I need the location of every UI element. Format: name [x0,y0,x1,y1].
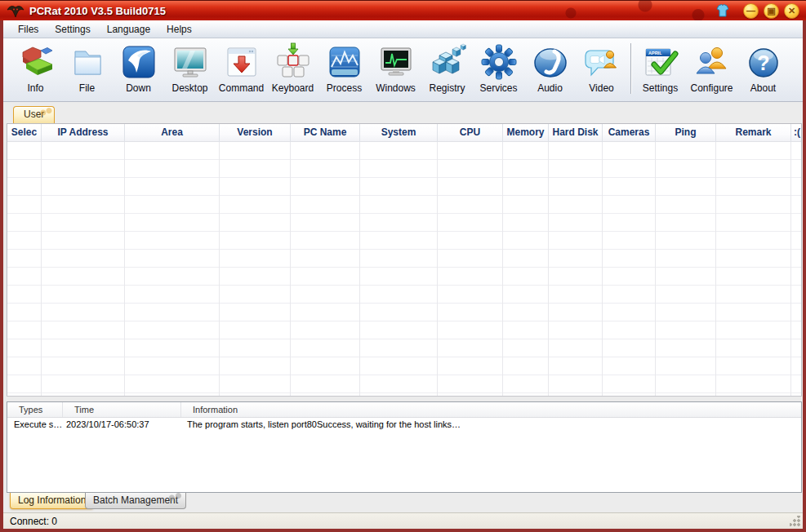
log-column-time[interactable]: Time [63,402,181,417]
app-window: PCRat 2010 V3.5 Build0715 — ▣ ✕ Files Se… [0,0,806,532]
download-bird-icon [119,42,158,82]
body-col-area [125,142,220,396]
toolbar-settings-label: Settings [643,82,678,94]
column-ping[interactable]: Ping [656,124,716,142]
toolbar-video-button[interactable]: Video [576,38,627,100]
maximize-button[interactable]: ▣ [764,3,779,19]
toolbar-command-label: Command [219,82,264,94]
column-remark[interactable]: Remark [716,124,791,142]
column-system[interactable]: System [360,124,438,142]
column-cameras[interactable]: Cameras [603,124,656,142]
menu-helps[interactable]: Helps [158,21,200,38]
menu-files[interactable]: Files [10,21,47,38]
column-clipped[interactable]: :( [791,124,803,142]
command-window-icon [222,42,261,82]
bat-logo-icon [7,3,24,19]
column-ip-address[interactable]: IP Address [42,124,125,142]
toolbar-keyboard-button[interactable]: Keyboard [267,38,318,100]
svg-text:APRIL: APRIL [648,51,662,55]
body-col-memory [503,142,549,396]
toolbar-down-button[interactable]: Down [113,38,164,100]
host-table: Selec IP Address Area Version PC Name Sy… [7,123,802,397]
bottom-tab-strip: Log Information Batch Management [3,493,803,512]
body-col-system [360,142,438,396]
toolbar-separator [630,43,631,94]
svg-text:?: ? [757,51,769,74]
log-row[interactable]: Execute s… 2023/10/17-06:50:37 The progr… [7,418,801,432]
toolbar-windows-button[interactable]: Windows [370,38,421,100]
column-memory[interactable]: Memory [503,124,549,142]
folder-icon [68,42,107,82]
configure-users-icon [692,42,732,82]
toolbar-configure-label: Configure [690,82,733,94]
toolbar-about-button[interactable]: ? About [737,38,789,100]
body-col-cameras [603,142,656,396]
top-tab-strip: User [3,102,803,123]
toolbar-registry-button[interactable]: Registry [421,38,473,100]
log-cell-information: The program starts, listen port80Success… [181,418,801,432]
toolbar-file-button[interactable]: File [61,38,113,100]
windows-monitor-icon [376,42,416,82]
toolbar-desktop-label: Desktop [171,82,207,94]
log-cell-types: Execute s… [7,418,63,432]
body-col-version [220,142,291,396]
body-col-clipped [791,142,803,396]
audio-phone-icon [531,42,570,82]
log-header: Types Time Information [7,402,801,418]
host-table-body [7,142,801,396]
tab-log-information[interactable]: Log Information [10,493,94,509]
toolbar-process-label: Process [327,82,362,94]
menu-language[interactable]: Language [99,21,158,38]
toolbar-windows-label: Windows [376,82,416,94]
resize-grip-icon[interactable] [790,516,801,527]
toolbar: Info File Down De [3,38,803,102]
toolbar-command-button[interactable]: Command [216,38,267,100]
body-col-ping [656,142,716,396]
toolbar-registry-label: Registry [429,82,465,94]
menu-settings[interactable]: Settings [47,21,98,38]
services-gear-icon [479,42,519,82]
toolbar-configure-button[interactable]: Configure [686,38,737,100]
column-cpu[interactable]: CPU [438,124,503,142]
log-column-information[interactable]: Information [181,402,801,417]
body-col-remark [716,142,791,396]
column-select[interactable]: Selec [7,124,42,142]
registry-cubes-icon [428,42,467,82]
column-hard-disk[interactable]: Hard Disk [549,124,603,142]
toolbar-info-label: Info [27,82,43,94]
status-bar: Connect: 0 [3,512,803,529]
log-column-types[interactable]: Types [7,402,63,417]
connect-count: Connect: 0 [10,516,57,527]
column-pc-name[interactable]: PC Name [291,124,360,142]
toolbar-desktop-button[interactable]: Desktop [164,38,216,100]
process-chart-icon [325,42,364,82]
window-title: PCRat 2010 V3.5 Build0715 [29,5,166,17]
keyboard-icon [274,42,313,82]
toolbar-info-button[interactable]: Info [10,38,61,100]
video-chat-icon [582,42,621,82]
body-col-select [7,142,42,396]
toolbar-process-button[interactable]: Process [318,38,370,100]
toolbar-services-label: Services [479,82,517,94]
body-col-ip-address [42,142,125,396]
title-bar[interactable]: PCRat 2010 V3.5 Build0715 — ▣ ✕ [0,0,806,20]
toolbar-keyboard-label: Keyboard [272,82,314,94]
column-version[interactable]: Version [220,124,291,142]
toolbar-down-label: Down [126,82,151,94]
toolbar-audio-button[interactable]: Audio [524,38,576,100]
tab-user[interactable]: User [13,106,55,123]
host-table-header: Selec IP Address Area Version PC Name Sy… [7,124,801,142]
toolbar-about-label: About [750,82,776,94]
close-button[interactable]: ✕ [784,3,799,19]
toolbar-video-label: Video [589,82,613,94]
toolbar-settings-button[interactable]: APRIL Settings [635,38,686,100]
menu-bar: Files Settings Language Helps [3,20,803,38]
skin-shirt-icon[interactable] [715,3,730,18]
body-col-cpu [438,142,503,396]
tab-batch-management[interactable]: Batch Management [85,493,186,509]
column-area[interactable]: Area [125,124,220,142]
minimize-button[interactable]: — [743,3,759,19]
toolbar-file-label: File [79,82,95,94]
toolbar-services-button[interactable]: Services [473,38,524,100]
settings-calendar-icon: APRIL [641,42,680,82]
